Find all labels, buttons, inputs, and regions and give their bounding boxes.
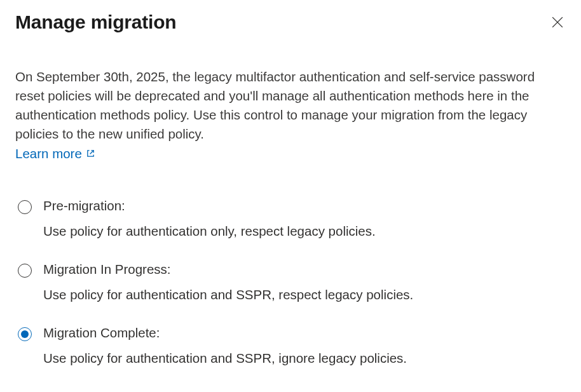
radio-pre-migration[interactable] — [18, 200, 32, 214]
option-description: Use policy for authentication and SSPR, … — [43, 287, 413, 302]
close-button[interactable] — [549, 14, 566, 30]
option-label: Pre-migration: — [43, 198, 376, 213]
option-description: Use policy for authentication and SSPR, … — [43, 351, 407, 366]
option-text: Migration In Progress: Use policy for au… — [43, 262, 413, 302]
radio-group: Pre-migration: Use policy for authentica… — [15, 198, 566, 366]
svg-line-2 — [90, 151, 93, 154]
option-label: Migration In Progress: — [43, 262, 413, 277]
option-migration-complete[interactable]: Migration Complete: Use policy for authe… — [18, 325, 566, 366]
option-pre-migration[interactable]: Pre-migration: Use policy for authentica… — [18, 198, 566, 239]
learn-more-label: Learn more — [15, 146, 82, 161]
option-text: Migration Complete: Use policy for authe… — [43, 325, 407, 366]
radio-migration-complete[interactable] — [18, 327, 32, 341]
external-link-icon — [86, 149, 95, 158]
close-icon — [552, 17, 563, 28]
dialog-header: Manage migration — [15, 11, 566, 33]
option-migration-in-progress[interactable]: Migration In Progress: Use policy for au… — [18, 262, 566, 302]
dialog-title: Manage migration — [15, 11, 177, 33]
option-label: Migration Complete: — [43, 325, 407, 341]
description-block: On September 30th, 2025, the legacy mult… — [15, 67, 566, 161]
learn-more-link[interactable]: Learn more — [15, 146, 95, 161]
option-text: Pre-migration: Use policy for authentica… — [43, 198, 376, 239]
option-description: Use policy for authentication only, resp… — [43, 224, 376, 239]
radio-migration-in-progress[interactable] — [18, 264, 32, 278]
description-text: On September 30th, 2025, the legacy mult… — [15, 67, 566, 144]
